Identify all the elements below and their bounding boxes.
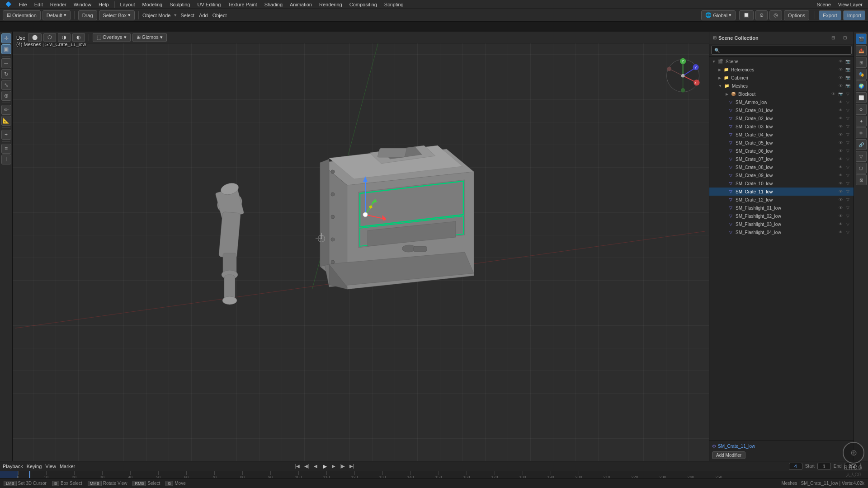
annotate-tool[interactable]: ✏ [1,105,11,115]
next-keyframe-btn[interactable]: |▶ [339,462,347,470]
outliner-item-sm-crate-03-low[interactable]: ▽ SM_Crate_03_low 👁 ▽ [709,122,854,131]
sm_crate_01_low-tri-icon[interactable]: ▽ [844,107,851,113]
scene-cam-icon[interactable]: 📷 [844,58,851,65]
select-box-btn[interactable]: Select Box ▾ [99,10,135,20]
view-label[interactable]: View [45,464,56,469]
sm_crate_06_low-eye-icon[interactable]: 👁 [837,148,844,154]
outliner-item-references[interactable]: ▶ 📁 References 👁 📷 [709,66,854,74]
sm_crate_03_low-tri-icon[interactable]: ▽ [844,123,851,130]
transform-pivot[interactable]: ◎ [769,10,782,20]
menu-layout[interactable]: Layout [117,0,139,9]
measure-tool[interactable]: 📐 [1,116,11,126]
sm_crate_02_low-tri-icon[interactable]: ▽ [844,115,851,122]
import-btn[interactable]: Import [843,10,865,20]
outliner-item-sm-crate-07-low[interactable]: ▽ SM_Crate_07_low 👁 ▽ [709,155,854,163]
menu-compositing[interactable]: Compositing [346,0,381,9]
physics-props-btn[interactable]: ⚛ [856,127,867,138]
world-props-btn[interactable]: 🌍 [856,80,867,91]
menu-sculpting[interactable]: Sculpting [166,0,193,9]
outliner-item-sm-crate-05-low[interactable]: ▽ SM_Crate_05_low 👁 ▽ [709,139,854,147]
drag-btn[interactable]: Drag [78,10,97,20]
viewport-gizmos-btn[interactable]: ⊞ Gizmos ▾ [132,33,167,42]
sidebar-icon-2[interactable]: i [1,155,11,164]
constraints-props-btn[interactable]: 🔗 [856,139,867,150]
sm_crate_01_low-eye-icon[interactable]: 👁 [837,107,844,113]
ref-eye-icon[interactable]: 👁 [837,66,844,73]
outliner-item-sm-crate-04-low[interactable]: ▽ SM_Crate_04_low 👁 ▽ [709,131,854,139]
scene-eye-icon[interactable]: 👁 [837,58,844,65]
ref-cam-icon[interactable]: 📷 [844,66,851,73]
jump-start-btn[interactable]: |◀ [293,462,302,470]
prev-keyframe-btn[interactable]: ◀| [302,462,311,470]
menu-modeling[interactable]: Modeling [139,0,166,9]
sm_crate_07_low-tri-icon[interactable]: ▽ [844,156,851,162]
sm_crate_08_low-tri-icon[interactable]: ▽ [844,164,851,170]
modifier-props-btn[interactable]: ⚙ [856,104,867,115]
playback-label[interactable]: Playback [3,464,23,469]
viewport-shading-material[interactable]: ◑ [58,33,71,42]
blender-logo[interactable]: 🔷 [2,0,15,9]
proportional-edit[interactable]: ⊙ [755,10,768,20]
menu-shading[interactable]: Shading [261,0,286,9]
sm_crate_11_low-tri-icon[interactable]: ▽ [844,188,851,195]
move-tool[interactable]: ↔ [1,58,11,68]
outliner-item-sm-crate-02-low[interactable]: ▽ SM_Crate_02_low 👁 ▽ [709,114,854,122]
sm_flashlight_01_low-tri-icon[interactable]: ▽ [844,205,851,211]
gab-cam-icon[interactable]: 📷 [844,75,851,81]
outliner-item-sm-crate-11-low[interactable]: ▽ SM_Crate_11_low 👁 ▽ [709,188,854,196]
scale-tool[interactable]: ⤡ [1,80,11,90]
ammo-eye-icon[interactable]: 👁 [837,99,844,105]
outliner-item-scene[interactable]: ▼ 🎬 Scene 👁 📷 [709,57,854,66]
render-props-btn[interactable]: 🎬 [856,33,867,44]
viewport-shading-rendered[interactable]: ◐ [72,33,85,42]
3d-viewport[interactable]: ⬤ ⬡ ◑ ◐ ⬚ Overlays ▾ ⊞ Gizmos ▾ User Per… [13,32,709,461]
outliner-item-sm-crate-01-low[interactable]: ▽ SM_Crate_01_low 👁 ▽ [709,106,854,114]
outliner-item-sm-flashlight-03-low[interactable]: ▽ SM_Flashlight_03_low 👁 ▽ [709,220,854,228]
gab-eye-icon[interactable]: 👁 [837,75,844,81]
menu-texture-paint[interactable]: Texture Paint [224,0,260,9]
object-props-btn[interactable]: ⬜ [856,92,867,103]
options-btn[interactable]: Options [784,10,809,20]
current-frame-display[interactable]: 4 [789,463,802,470]
view-layer-selector[interactable]: View Layer [835,0,866,9]
viewport-overlays-btn[interactable]: ⬚ Overlays ▾ [93,33,131,42]
export-btn[interactable]: Export [819,10,841,20]
sm_crate_09_low-tri-icon[interactable]: ▽ [844,172,851,178]
view-layer-props-btn[interactable]: ⊞ [856,57,867,68]
sm_flashlight_02_low-eye-icon[interactable]: 👁 [837,213,844,219]
outliner-item-sm-flashlight-01-low[interactable]: ▽ SM_Flashlight_01_low 👁 ▽ [709,204,854,212]
global-btn[interactable]: 🌐 Global ▾ [701,10,736,20]
menu-scripting[interactable]: Scripting [381,0,407,9]
sm_flashlight_02_low-tri-icon[interactable]: ▽ [844,213,851,219]
menu-uv-editing[interactable]: UV Editing [193,0,224,9]
outliner-item-meshes[interactable]: ▼ 📁 Meshes 👁 📷 [709,82,854,90]
sm_crate_05_low-eye-icon[interactable]: 👁 [837,140,844,146]
outliner-item-gabineri[interactable]: ▶ 📁 Gabineri 👁 📷 [709,74,854,82]
sm_crate_06_low-tri-icon[interactable]: ▽ [844,148,851,154]
outliner-filter-btn[interactable]: ⊟ [828,33,838,43]
viewport-shading-wireframe[interactable]: ⬡ [43,33,56,42]
rotate-tool[interactable]: ↻ [1,69,11,79]
sm_flashlight_04_low-eye-icon[interactable]: 👁 [837,229,844,235]
add-modifier-btn[interactable]: Add Modifier [712,451,745,459]
add-object-btn[interactable]: + [1,130,11,140]
sm_flashlight_01_low-eye-icon[interactable]: 👁 [837,205,844,211]
outliner-item-sm-crate-10-low[interactable]: ▽ SM_Crate_10_low 👁 ▽ [709,179,854,188]
cursor-tool[interactable]: ✛ [1,33,11,43]
menu-help[interactable]: Help [95,0,113,9]
jump-end-btn[interactable]: ▶| [348,462,356,470]
sm_crate_10_low-tri-icon[interactable]: ▽ [844,180,851,187]
sm_crate_09_low-eye-icon[interactable]: 👁 [837,172,844,178]
sm_crate_08_low-eye-icon[interactable]: 👁 [837,164,844,170]
marker-label[interactable]: Marker [60,464,75,469]
transform-gizmo[interactable] [349,169,386,224]
sidebar-icon[interactable]: ≡ [1,144,11,154]
navigation-gizmo[interactable]: X Y Z [664,56,700,93]
outliner-item-sm-flashlight-02-low[interactable]: ▽ SM_Flashlight_02_low 👁 ▽ [709,212,854,220]
material-props-btn[interactable]: ⬡ [856,163,867,174]
viewport-shading-solid[interactable]: ⬤ [28,33,42,42]
meshes-cam-icon[interactable]: 📷 [844,83,851,89]
meshes-eye-icon[interactable]: 👁 [837,83,844,89]
outliner-search-input[interactable] [722,46,849,55]
sm_crate_04_low-tri-icon[interactable]: ▽ [844,131,851,138]
